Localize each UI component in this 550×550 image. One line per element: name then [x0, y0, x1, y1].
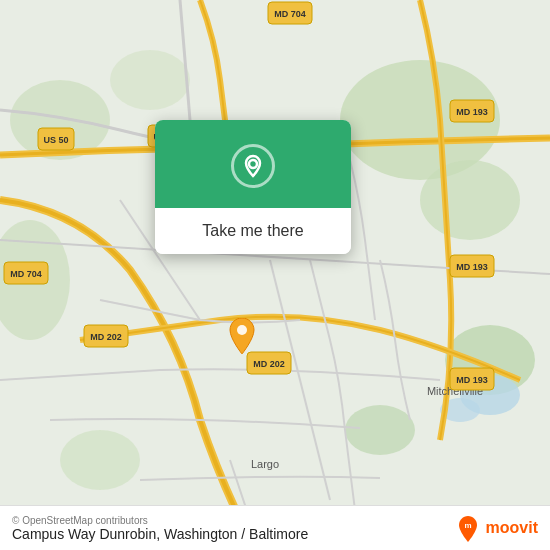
moovit-text: moovit [486, 519, 538, 537]
svg-text:MD 704: MD 704 [274, 9, 306, 19]
bottom-bar: © OpenStreetMap contributors Campus Way … [0, 505, 550, 550]
popup-card: Take me there [155, 120, 351, 254]
svg-text:Largo: Largo [251, 458, 279, 470]
svg-text:MD 202: MD 202 [90, 332, 122, 342]
svg-point-31 [249, 160, 257, 168]
map-background: MD 704 US 50 US 50 MD 193 MD 193 MD 704 … [0, 0, 550, 550]
svg-text:US 50: US 50 [43, 135, 68, 145]
svg-point-2 [420, 160, 520, 240]
location-name-text: Campus Way Dunrobin, Washington / Baltim… [12, 526, 308, 542]
svg-text:MD 193: MD 193 [456, 375, 488, 385]
popup-header [155, 120, 351, 208]
svg-text:MD 193: MD 193 [456, 107, 488, 117]
svg-point-6 [110, 50, 190, 110]
svg-point-8 [345, 405, 415, 455]
location-icon [241, 154, 265, 178]
svg-point-7 [60, 430, 140, 490]
moovit-logo: m moovit [454, 514, 538, 542]
svg-point-32 [237, 325, 247, 335]
svg-text:MD 202: MD 202 [253, 359, 285, 369]
bottom-left: © OpenStreetMap contributors Campus Way … [12, 515, 308, 542]
location-icon-wrapper [231, 144, 275, 188]
take-me-there-button[interactable]: Take me there [155, 208, 351, 254]
svg-text:MD 704: MD 704 [10, 269, 42, 279]
svg-text:MD 193: MD 193 [456, 262, 488, 272]
svg-text:m: m [464, 521, 471, 530]
map-container: MD 704 US 50 US 50 MD 193 MD 193 MD 704 … [0, 0, 550, 550]
map-destination-pin [228, 318, 256, 358]
moovit-icon: m [454, 514, 482, 542]
attribution-text: © OpenStreetMap contributors [12, 515, 308, 526]
